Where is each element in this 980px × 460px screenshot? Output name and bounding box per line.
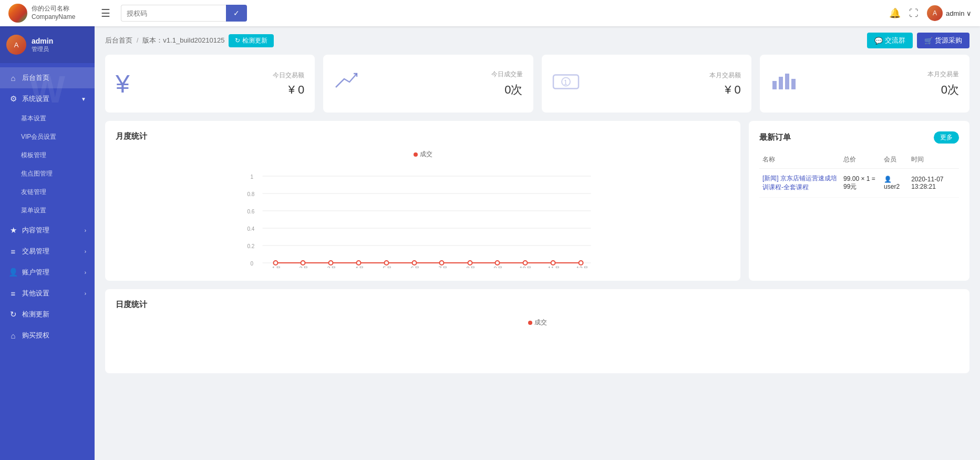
stat-content-daily-amount: 今日交易额 ¥ 0 — [273, 71, 304, 97]
fullscreen-button[interactable]: ⛶ — [909, 8, 919, 19]
daily-legend-label: 成交 — [534, 318, 547, 327]
sidebar-subitem-basic[interactable]: 基本设置 — [0, 109, 95, 128]
stat-label3: 本月交易额 — [709, 71, 741, 80]
sidebar-subitem-links[interactable]: 友链管理 — [0, 183, 95, 201]
home-icon: ⌂ — [8, 74, 18, 83]
sidebar-subitem-banner[interactable]: 焦点图管理 — [0, 165, 95, 183]
sidebar-subitem-template[interactable]: 模板管理 — [0, 146, 95, 165]
svg-rect-4 — [779, 77, 783, 89]
trade-icon: ≡ — [8, 247, 18, 256]
stat-value4: 0次 — [927, 82, 959, 98]
svg-text:5月: 5月 — [383, 265, 392, 268]
sidebar-item-trade[interactable]: ≡ 交易管理 › — [0, 241, 95, 262]
main-layout: A admin 管理员 W ⌂ 后台首页 ⚙ 系统设置 ▼ 基本设置 VIP会员… — [0, 26, 980, 460]
admin-name: admin ∨ — [946, 9, 972, 17]
right-action-buttons: 💬 交流群 🛒 货源采购 — [867, 33, 969, 48]
svg-point-20 — [301, 261, 305, 265]
sidebar: A admin 管理员 W ⌂ 后台首页 ⚙ 系统设置 ▼ 基本设置 VIP会员… — [0, 26, 95, 460]
order-name: [新闻] 京东店铺运营速成培训课程-全套课程 — [759, 169, 840, 198]
col-time: 时间 — [908, 151, 959, 169]
admin-avatar: A — [927, 5, 943, 21]
sidebar-item-home[interactable]: ⌂ 后台首页 — [0, 67, 95, 88]
check-update-button[interactable]: ↻ 检测更新 — [229, 34, 274, 47]
col-price: 总价 — [840, 151, 881, 169]
sidebar-item-label: 检测更新 — [22, 310, 49, 319]
hamburger-button[interactable]: ☰ — [97, 5, 115, 22]
legend-chengjiao: 成交 — [414, 150, 432, 159]
stat-label2: 今日成交量 — [491, 70, 523, 79]
chevron-right-icon: › — [85, 228, 86, 233]
lower-section: 月度统计 成交 0 0.2 0.4 0.6 0.8 1 — [95, 121, 980, 289]
purchase-source-button[interactable]: 🛒 货源采购 — [917, 33, 969, 48]
monthly-chart-svg: 0 0.2 0.4 0.6 0.8 1 — [116, 163, 730, 270]
col-member: 会员 — [881, 151, 908, 169]
sidebar-item-label: 内容管理 — [22, 226, 49, 235]
breadcrumb-home: 后台首页 — [105, 36, 132, 45]
search-area: ✓ — [121, 5, 247, 22]
sidebar-subitem-vip[interactable]: VIP会员设置 — [0, 128, 95, 146]
sidebar-item-label: 购买授权 — [22, 331, 49, 340]
daily-legend-chengjiao: 成交 — [528, 318, 547, 327]
sidebar-item-content[interactable]: ★ 内容管理 › — [0, 220, 95, 241]
col-name: 名称 — [759, 151, 840, 169]
chevron-right-icon2: › — [85, 249, 86, 254]
sidebar-item-account[interactable]: 👤 账户管理 › — [0, 262, 95, 283]
stat-card-daily-amount: ¥ 今日交易额 ¥ 0 — [105, 55, 315, 113]
search-button[interactable]: ✓ — [226, 5, 247, 22]
orders-table-head: 名称 总价 会员 时间 — [759, 151, 959, 169]
sidebar-profile: A admin 管理员 — [0, 26, 95, 63]
top-nav: 你的公司名称 CompanyName ☰ ✓ 🔔 ⛶ A admin ∨ — [0, 0, 980, 26]
daily-chart-title: 日度统计 — [116, 300, 959, 310]
bar-chart-icon — [770, 70, 796, 97]
order-member: 👤user2 — [881, 169, 908, 198]
user-icon: 👤 — [884, 176, 892, 183]
sidebar-item-other[interactable]: ≡ 其他设置 › — [0, 283, 95, 304]
orders-header: 最新订单 更多 — [759, 131, 959, 144]
breadcrumb-bar: 后台首页 / 版本：v1.1_build20210125 ↻ 检测更新 💬 交流… — [95, 26, 980, 55]
trend-icon — [334, 70, 359, 97]
daily-chart-legend: 成交 — [116, 318, 959, 327]
sidebar-item-checkupdate[interactable]: ↻ 检测更新 — [0, 304, 95, 325]
order-time: 2020-11-07 13:28:21 — [908, 169, 959, 198]
sidebar-item-label: 账户管理 — [22, 268, 49, 277]
stat-content-daily-count: 今日成交量 0次 — [491, 70, 523, 98]
sidebar-item-purchase[interactable]: ⌂ 购买授权 — [0, 325, 95, 346]
notification-button[interactable]: 🔔 — [889, 7, 901, 19]
daily-chart-placeholder — [116, 331, 959, 363]
monthly-chart-title: 月度统计 — [116, 131, 730, 141]
top-nav-right: 🔔 ⛶ A admin ∨ — [889, 5, 972, 21]
star-icon: ★ — [8, 226, 18, 235]
svg-text:1: 1 — [251, 174, 254, 180]
legend-label: 成交 — [420, 150, 432, 159]
sidebar-item-settings[interactable]: ⚙ 系统设置 ▼ — [0, 88, 95, 109]
version-text: 版本：v1.1_build20210125 — [142, 36, 224, 45]
more-button[interactable]: 更多 — [934, 131, 959, 144]
daily-section: 日度统计 成交 — [95, 289, 980, 382]
svg-text:3月: 3月 — [327, 265, 336, 268]
orders-table: 名称 总价 会员 时间 [新闻] 京东店铺运营速成培训课程-全套课程 99.00… — [759, 151, 959, 198]
table-row: [新闻] 京东店铺运营速成培训课程-全套课程 99.00 × 1 = 99元 👤… — [759, 169, 959, 198]
svg-text:8月: 8月 — [467, 265, 476, 268]
svg-text:1: 1 — [564, 79, 568, 86]
yen-icon: ¥ — [116, 69, 130, 98]
stat-value2: 0次 — [491, 82, 523, 98]
svg-text:11月: 11月 — [548, 265, 560, 268]
profile-avatar: A — [6, 35, 26, 55]
sidebar-item-label: 系统设置 — [22, 94, 49, 104]
chevron-right-icon3: › — [85, 270, 86, 275]
svg-text:4月: 4月 — [355, 265, 364, 268]
admin-area[interactable]: A admin ∨ — [927, 5, 972, 21]
order-link[interactable]: [新闻] 京东店铺运营速成培训课程-全套课程 — [762, 175, 837, 191]
chat-icon: 💬 — [874, 37, 883, 45]
search-input[interactable] — [121, 5, 226, 22]
chevron-down-icon: ▼ — [81, 96, 86, 102]
orders-header-row: 名称 总价 会员 时间 — [759, 151, 959, 169]
monthly-chart-card: 月度统计 成交 0 0.2 0.4 0.6 0.8 1 — [105, 121, 740, 281]
sidebar-subitem-menu[interactable]: 菜单设置 — [0, 201, 95, 220]
sidebar-item-label: 其他设置 — [22, 289, 49, 298]
stat-card-monthly-amount: 1 本月交易额 ¥ 0 — [542, 55, 751, 113]
svg-point-25 — [440, 261, 444, 265]
svg-rect-3 — [772, 81, 777, 89]
svg-text:0: 0 — [251, 261, 254, 267]
exchange-group-button[interactable]: 💬 交流群 — [867, 33, 913, 48]
